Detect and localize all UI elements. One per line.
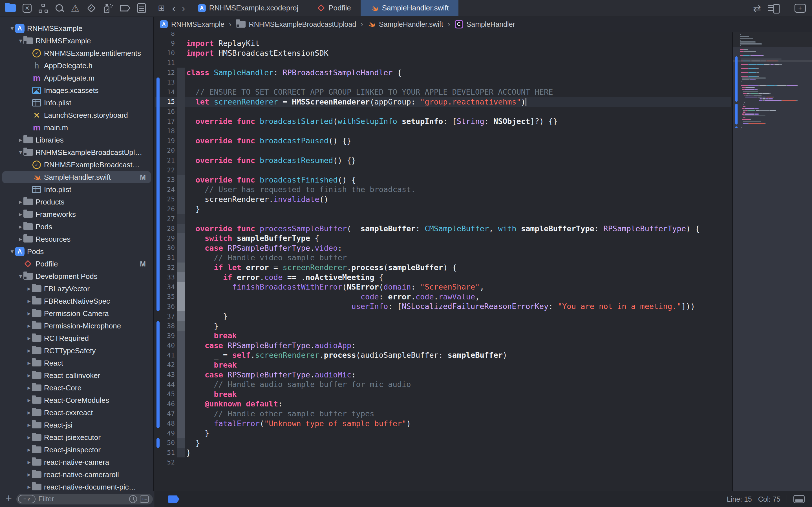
- tree-item-pods[interactable]: ▾ A Pods: [0, 245, 153, 258]
- tree-item-react-jsiexecutor[interactable]: ▸ React-jsiexecutor: [0, 431, 153, 444]
- fold-ribbon[interactable]: [177, 87, 185, 97]
- fold-ribbon[interactable]: [177, 399, 185, 409]
- fold-ribbon[interactable]: [177, 272, 185, 282]
- line-number[interactable]: 28: [155, 225, 175, 232]
- fold-ribbon[interactable]: [177, 428, 185, 438]
- tab-samplehandler-swift[interactable]: SampleHandler.swift: [361, 0, 458, 16]
- code-line-33[interactable]: 33 if error.code == .noActiveMeeting {: [155, 272, 731, 282]
- code-line-48[interactable]: 48 fatalError("Unknown type of sample bu…: [155, 418, 731, 429]
- tree-item-samplehandler-swift[interactable]: SampleHandler.swift M: [0, 171, 153, 183]
- fold-ribbon[interactable]: [177, 350, 185, 360]
- fold-ribbon[interactable]: [177, 370, 185, 380]
- tab-overview-icon[interactable]: ⊞: [154, 0, 169, 16]
- line-number[interactable]: 50: [155, 439, 175, 446]
- tree-item-info-plist[interactable]: Info.plist: [0, 97, 153, 109]
- code-line-19[interactable]: 19 override func broadcastPaused() {}: [155, 136, 731, 146]
- tree-item-rctrequired[interactable]: ▸ RCTRequired: [0, 332, 153, 344]
- line-number[interactable]: 40: [155, 342, 175, 349]
- tree-item-products[interactable]: ▸ Products: [0, 196, 153, 208]
- fold-ribbon[interactable]: [177, 448, 185, 458]
- code-line-17[interactable]: 17 override func broadcastStarted(withSe…: [155, 116, 731, 126]
- code-line-30[interactable]: 30 case RPSampleBufferType.video:: [155, 243, 731, 253]
- line-number[interactable]: 30: [155, 244, 175, 251]
- code-line-31[interactable]: 31 // Handle video sample buffer: [155, 253, 731, 263]
- line-number[interactable]: 24: [155, 186, 175, 193]
- code-line-39[interactable]: 39 break: [155, 331, 731, 341]
- line-number[interactable]: 36: [155, 303, 175, 310]
- line-number[interactable]: 22: [155, 166, 175, 174]
- line-number[interactable]: 29: [155, 235, 175, 242]
- code-line-9[interactable]: 9 import ReplayKit: [155, 39, 731, 48]
- tree-item-fbreactnativespec[interactable]: ▸ FBReactNativeSpec: [0, 295, 153, 307]
- breadcrumb-project[interactable]: A RNHMSExample: [160, 20, 224, 29]
- test-navigator-icon[interactable]: ✓: [86, 3, 96, 13]
- tree-item-pods[interactable]: ▸ Pods: [0, 221, 153, 233]
- line-number[interactable]: 45: [155, 390, 175, 398]
- fold-ribbon[interactable]: [177, 331, 185, 341]
- code-line-28[interactable]: 28 override func processSampleBuffer(_ s…: [155, 224, 731, 233]
- code-line-22[interactable]: 22: [155, 165, 731, 175]
- forward-button[interactable]: ›: [179, 0, 188, 16]
- fold-ribbon[interactable]: [177, 77, 185, 87]
- line-number[interactable]: 10: [155, 49, 175, 57]
- fold-ribbon[interactable]: [177, 253, 185, 263]
- line-number[interactable]: 21: [155, 157, 175, 164]
- tree-item-react-core[interactable]: ▸ React-Core: [0, 382, 153, 394]
- tree-item-react-callinvoker[interactable]: ▸ React-callinvoker: [0, 369, 153, 382]
- fold-ribbon[interactable]: [177, 302, 185, 312]
- debug-navigator-icon[interactable]: [103, 3, 113, 13]
- issue-navigator-icon[interactable]: ⚠: [71, 3, 79, 13]
- code-line-44[interactable]: 44 // Handle audio sample buffer for mic…: [155, 379, 731, 389]
- code-line-14[interactable]: 14 // ENSURE TO SET CORRECT APP GROUP LI…: [155, 87, 731, 97]
- code-line-41[interactable]: 41 _ = self.screenRenderer.process(audio…: [155, 350, 731, 360]
- tree-item-resources[interactable]: ▸ Resources: [0, 233, 153, 245]
- tree-item-react-jsinspector[interactable]: ▸ React-jsinspector: [0, 444, 153, 456]
- line-number[interactable]: 13: [155, 78, 175, 86]
- fold-ribbon[interactable]: [177, 224, 185, 233]
- tree-item-frameworks[interactable]: ▸ Frameworks: [0, 208, 153, 221]
- report-navigator-icon[interactable]: [137, 3, 146, 13]
- fold-ribbon[interactable]: [177, 126, 185, 136]
- find-navigator-icon[interactable]: [55, 4, 64, 13]
- code-line-47[interactable]: 47 // Handle other sample buffer types: [155, 409, 731, 418]
- code-line-23[interactable]: 23 override func broadcastFinished() {: [155, 175, 731, 185]
- tree-item-rnhmsexample-entitlements[interactable]: ✓ RNHMSExample.entitlements: [0, 47, 153, 59]
- code-line-26[interactable]: 26 }: [155, 204, 731, 214]
- line-number[interactable]: 12: [155, 69, 175, 76]
- fold-ribbon[interactable]: [177, 263, 185, 272]
- fold-ribbon[interactable]: [177, 97, 185, 107]
- line-number[interactable]: 41: [155, 351, 175, 359]
- minimap[interactable]: [732, 33, 812, 491]
- code-line-34[interactable]: 34 finishBroadcastWithError(NSError(doma…: [155, 282, 731, 292]
- code-line-50[interactable]: 50 }: [155, 438, 731, 448]
- tree-item-fblazyvector[interactable]: ▸ FBLazyVector: [0, 283, 153, 295]
- tree-item-libraries[interactable]: ▸ Libraries: [0, 134, 153, 146]
- fold-ribbon[interactable]: [177, 292, 185, 302]
- line-number[interactable]: 11: [155, 59, 175, 66]
- code-line-38[interactable]: 38 }: [155, 321, 731, 331]
- tree-item-rnhmsexamplebroadcastupl-[interactable]: ▾ RNHMSExampleBroadcastUpl…: [0, 146, 153, 159]
- code-line-11[interactable]: 11: [155, 58, 731, 68]
- fold-ribbon[interactable]: [177, 204, 185, 214]
- fold-ribbon[interactable]: [177, 233, 185, 243]
- code-line-43[interactable]: 43 case RPSampleBufferType.audioMic:: [155, 370, 731, 380]
- fold-ribbon[interactable]: [177, 136, 185, 146]
- fold-ribbon[interactable]: [177, 409, 185, 418]
- tree-item-react-native-document-pic-[interactable]: ▸ react-native-document-pic…: [0, 481, 153, 491]
- tree-item-react-native-camera[interactable]: ▸ react-native-camera: [0, 456, 153, 468]
- fold-ribbon[interactable]: [177, 194, 185, 204]
- line-number[interactable]: 46: [155, 400, 175, 407]
- code-line-36[interactable]: 36 userInfo: [NSLocalizedFailureReasonEr…: [155, 302, 731, 312]
- code-line-32[interactable]: 32 if let error = screenRenderer.process…: [155, 263, 731, 272]
- back-button[interactable]: ‹: [169, 0, 179, 16]
- tab-rnhmsexample-xcodeproj[interactable]: A RNHMSExample.xcodeproj: [188, 0, 308, 16]
- line-number[interactable]: 44: [155, 381, 175, 388]
- source-control-status-icon[interactable]: +‒: [140, 496, 149, 503]
- code-line-25[interactable]: 25 screenRenderer.invalidate(): [155, 194, 731, 204]
- fold-ribbon[interactable]: [177, 438, 185, 448]
- tree-item-react-jsi[interactable]: ▸ React-jsi: [0, 419, 153, 431]
- line-number[interactable]: 31: [155, 254, 175, 262]
- line-number[interactable]: 47: [155, 410, 175, 417]
- line-number[interactable]: 49: [155, 430, 175, 437]
- line-number[interactable]: 39: [155, 332, 175, 339]
